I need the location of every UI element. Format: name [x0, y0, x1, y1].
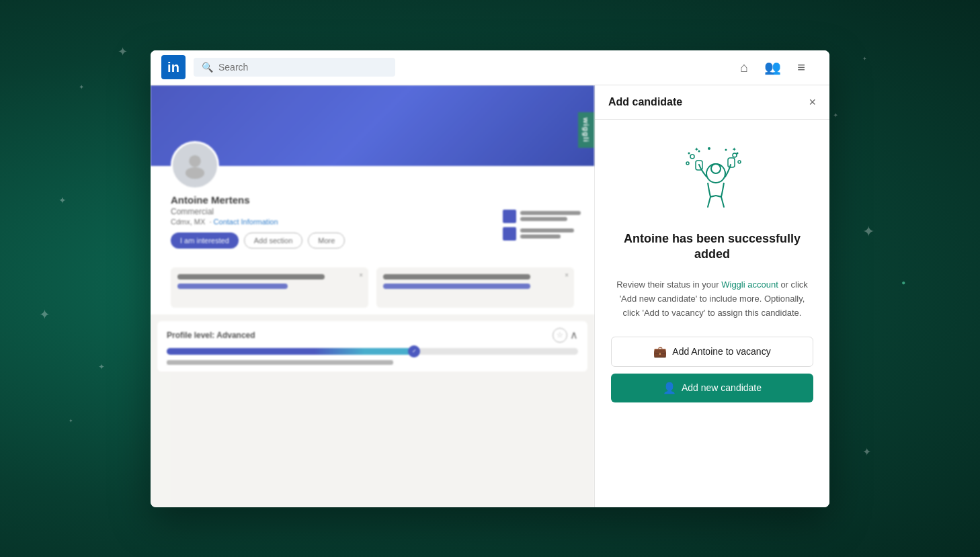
- panel-header: Add candidate ×: [595, 85, 829, 120]
- blurred-line: [177, 274, 325, 280]
- home-icon[interactable]: ⌂: [740, 60, 748, 75]
- more-button[interactable]: More: [308, 232, 345, 249]
- text-line: [520, 217, 567, 221]
- wiggli-account-link[interactable]: Wiggli account: [721, 280, 778, 290]
- star-decoration: ✦: [58, 195, 67, 206]
- contact-info-link[interactable]: Contact Information: [214, 218, 278, 226]
- svg-rect-5: [728, 158, 735, 167]
- add-candidate-panel: Add candidate ×: [594, 85, 829, 507]
- profile-level-section: Profile level: Advanced ☆ ∧ ✓: [157, 321, 587, 372]
- linkedin-topbar: in 🔍 ⌂ 👥 ≡: [151, 50, 829, 85]
- blurred-line: [177, 284, 288, 289]
- add-section-button[interactable]: Add section: [244, 232, 302, 249]
- right-block-1: [503, 210, 581, 223]
- progress-marker: ✓: [408, 345, 420, 357]
- success-description: Review their status in your Wiggli accou…: [611, 278, 813, 320]
- panel-actions: 💼 Add Antoine to vacancy 👤 Add new candi…: [611, 337, 813, 402]
- avatar: [171, 141, 219, 189]
- dot-decoration: ●: [901, 279, 905, 286]
- collapse-icon[interactable]: ∧: [570, 329, 578, 341]
- star-decoration: ✦: [79, 83, 84, 91]
- search-input[interactable]: [218, 62, 387, 73]
- progress-fill: ✓: [167, 348, 413, 355]
- svg-point-1: [186, 167, 204, 179]
- svg-point-6: [690, 155, 694, 159]
- panel-title: Add candidate: [608, 96, 682, 108]
- block-lines: [520, 211, 581, 221]
- linkedin-logo: in: [161, 55, 186, 79]
- star-button[interactable]: ☆: [553, 328, 567, 343]
- star-decoration: ✦: [69, 418, 73, 424]
- content-area: wiggli Antoine Mertens Commercial Cdmx, …: [151, 85, 829, 507]
- people-icon[interactable]: 👥: [764, 59, 781, 75]
- search-bar-container[interactable]: 🔍: [194, 58, 395, 77]
- svg-point-7: [686, 162, 689, 165]
- browser-window: in 🔍 ⌂ 👥 ≡: [151, 50, 829, 507]
- star-decoration: ✦: [862, 445, 871, 458]
- svg-point-9: [738, 161, 741, 163]
- svg-point-3: [711, 164, 721, 173]
- briefcase-icon: 💼: [653, 345, 667, 358]
- nav-icons: ⌂ 👥 ≡: [740, 59, 819, 75]
- star-decoration: ✦: [862, 56, 867, 62]
- briefcase-icon[interactable]: ≡: [797, 60, 805, 75]
- block-lines: [520, 228, 574, 239]
- star-decoration: ✦: [39, 306, 50, 323]
- text-line: [520, 234, 561, 239]
- svg-point-14: [708, 147, 710, 150]
- block-square: [503, 210, 516, 223]
- success-title: Antoine has been successfully added: [611, 231, 813, 263]
- blurred-line: [383, 274, 530, 280]
- profile-name: Antoine Mertens: [171, 194, 574, 206]
- text-line: [520, 228, 574, 232]
- celebration-illustration: ✦ ✦: [672, 140, 753, 220]
- progress-track: ✓: [167, 348, 578, 355]
- add-new-candidate-button[interactable]: 👤 Add new candidate: [611, 374, 813, 402]
- text-line: [520, 211, 581, 215]
- svg-text:✦: ✦: [694, 146, 699, 153]
- blurred-cards-section: × ×: [151, 257, 594, 314]
- blurred-card-2: ×: [376, 267, 574, 308]
- star-decoration: ✦: [862, 223, 874, 241]
- search-icon: 🔍: [202, 62, 213, 73]
- interested-button[interactable]: I am interested: [171, 232, 239, 249]
- star-decoration: ✦: [118, 44, 128, 59]
- blurred-line: [383, 284, 530, 289]
- add-person-icon: 👤: [663, 382, 676, 394]
- right-block-2: [503, 227, 581, 241]
- close-button[interactable]: ×: [809, 96, 816, 108]
- svg-point-13: [725, 148, 727, 151]
- profile-level-header: Profile level: Advanced ☆ ∧: [167, 328, 578, 343]
- profile-level-title: Profile level: Advanced: [167, 331, 255, 340]
- panel-content: ✦ ✦ Antoine has been successfully added …: [595, 120, 829, 507]
- blurred-card-1: ×: [171, 267, 368, 308]
- linkedin-profile-pane: wiggli Antoine Mertens Commercial Cdmx, …: [151, 85, 594, 507]
- block-square: [503, 227, 516, 241]
- card-close-icon: ×: [565, 271, 569, 279]
- svg-point-0: [189, 155, 201, 167]
- blurred-text: [167, 360, 393, 365]
- add-to-vacancy-button[interactable]: 💼 Add Antoine to vacancy: [611, 337, 813, 367]
- success-message: Antoine has been successfully added: [611, 231, 813, 263]
- star-decoration: ✦: [833, 112, 838, 119]
- star-decoration: ✦: [98, 362, 105, 372]
- wiggli-badge: wiggli: [578, 112, 594, 148]
- svg-text:✦: ✦: [732, 146, 737, 153]
- svg-point-8: [733, 153, 737, 157]
- profile-right-blocks: [503, 210, 581, 241]
- profile-banner: [151, 85, 594, 166]
- blurred-cards: × ×: [171, 267, 574, 308]
- card-close-icon: ×: [359, 271, 363, 279]
- svg-point-10: [688, 152, 690, 154]
